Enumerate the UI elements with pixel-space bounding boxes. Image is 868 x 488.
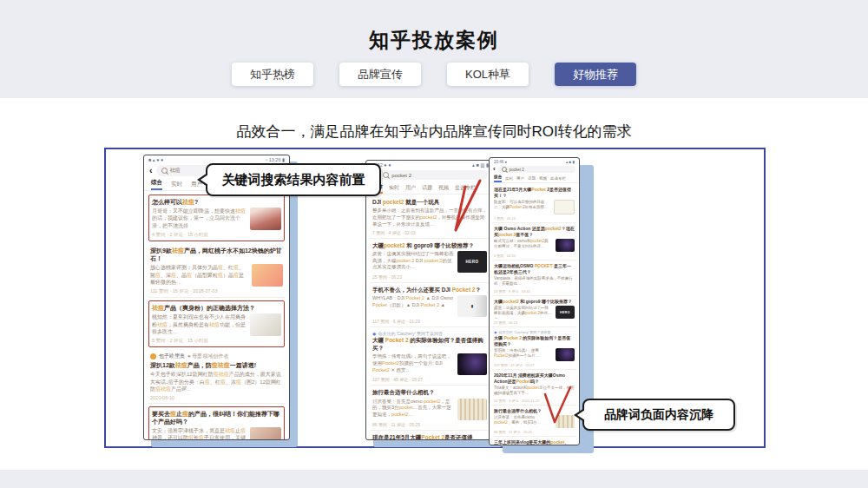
result-excerpt: 露营：这俩其实我纠结过了一阵棒彩画高清，大疆pocket 2的优点… <box>494 306 552 319</box>
status-bar: 20:46 ● ▴ ■ ▮ <box>490 158 579 165</box>
result-tab[interactable]: 视频 <box>539 176 547 182</box>
search-input[interactable]: pocket 2 <box>378 170 488 180</box>
search-result-item[interactable]: 包子欧里奥● 母婴领域创作者深扒12款祛痘产品，防痘祛痘一篇讲透!今天包子欧深扒… <box>148 350 286 403</box>
result-tab[interactable]: 盐选专栏 <box>550 176 566 182</box>
result-meta: 111 赞同 · 15 评论 · 2018-07-03 <box>150 288 283 294</box>
status-bar: 15:52 ● ● ▴ ■ ▥ ▮ <box>366 161 493 168</box>
case-tab[interactable]: 好物推荐 <box>555 63 636 86</box>
result-tab[interactable]: 实时 <box>505 176 513 182</box>
result-title[interactable]: 深扒12款祛痘产品，防痘祛痘一篇讲透! <box>150 361 283 369</box>
callout-keyword-front: 关键词搜索结果内容前置 <box>206 163 381 196</box>
result-title[interactable]: 怎么样可以祛痘? <box>152 198 281 206</box>
result-title[interactable]: 三年上班回来vlog要买大疆的pocket、action、insta360、go… <box>494 439 575 445</box>
result-title[interactable]: 大疆 Pocket 2 的实际体验如何？是否值得购买？ <box>372 337 487 352</box>
search-result-item[interactable]: 要买去痘止痘的产品，很纠结！你们能推荐下哪个产品好吗？文安：强推宇津桃子水，简直… <box>148 406 285 440</box>
search-result-item[interactable]: 2020年11月 消费相机该买大疆Osmo Action还是Pocket吗？Ti… <box>492 371 576 406</box>
result-title[interactable]: 祛痘产品（爽身粉）的正确选择方法？ <box>152 304 281 312</box>
result-tab[interactable]: 盐选专栏 <box>455 184 476 194</box>
result-tab[interactable]: 综合 <box>494 175 502 182</box>
status-icons-left: 20:46 ● <box>494 160 507 164</box>
result-title[interactable]: 大疆 Pocket 2 的实际体验如何？是否值得购买？ <box>494 335 575 346</box>
search-result-item[interactable]: 大疆pocket2 和 gopro9 哪个比较推荐？露营：这俩其实我纠结过了一阵… <box>370 240 490 283</box>
result-excerpt: Vanpasta：根据环境的实际要求选，不犹豫行机，买最新也… <box>494 276 575 287</box>
result-tab[interactable]: 话题 <box>528 176 536 182</box>
result-title[interactable]: 要买去痘止痘的产品，很纠结！你们能推荐下哪个产品好吗？ <box>152 410 281 425</box>
result-title[interactable]: 大疆pocket2 和 gopro9 哪个比较推荐？ <box>372 242 487 249</box>
result-meta: 86 赞同 · 11 评论 · 05:25 <box>372 422 487 427</box>
result-tab[interactable]: 实时 <box>389 184 399 194</box>
result-title[interactable]: 2020年11月 消费相机该买大疆Osmo Action还是Pocket吗？ <box>494 373 575 384</box>
result-title[interactable]: 旅行最合适带什么相机？ <box>494 408 575 414</box>
result-tabs: 综合实时用户话题视频盐选专栏 <box>366 181 493 195</box>
result-tab[interactable]: 话题 <box>422 184 432 194</box>
result-thumbnail <box>252 264 283 287</box>
author-row[interactable]: 包子欧里奥● 母婴领域创作者 <box>150 353 283 360</box>
result-title[interactable]: 手机不香么，为什么还要买 DJI Pocket 2？ <box>372 287 487 293</box>
back-icon[interactable]: ‹ <box>493 166 496 173</box>
result-meta: 2020-06-10 <box>150 395 283 400</box>
result-excerpt: 李明殊：传奇玩偶♪，使用Pocket2拍摄的一个短片… <box>494 348 552 361</box>
result-tab[interactable]: 用户 <box>405 184 416 194</box>
search-result-item[interactable]: 祛痘产品（爽身粉）的正确选择方法？桃知然：夏至到现在也有不少人在用爽身粉祛痘，虽… <box>148 300 285 347</box>
search-nav-row: ‹ pocket 2 <box>490 165 579 174</box>
result-meta: 7 赞同 · 4 评论 · 02:03 <box>372 230 487 235</box>
result-excerpt: 李明殊：传奇玩偶♪，两句子说这吧，使用Pocket2拍摄的一个短片: DJI P… <box>372 353 454 375</box>
search-result-item[interactable]: 深扒9款祛痘产品，网红桃子水不如12块钱的炉甘石！放心选独家评测：具体分为晶痘、… <box>148 244 286 298</box>
phone-screenshot-left: ■ ▴ ● ● ◔ 13:26 ▮ ‹ 祛痘 综合实时用户话题 怎么样可以祛痘?… <box>143 155 290 440</box>
search-result-item[interactable]: 大疆 Osmo Action 还是选pocket2？现在买pocket 2值不值… <box>492 224 576 260</box>
result-tab[interactable]: 综合 <box>151 179 162 190</box>
result-meta: 107 赞同 · 49 评论 · 05:27 <box>494 363 575 367</box>
result-title[interactable]: 旅行最合适带什么相机？ <box>372 389 487 396</box>
result-title[interactable]: DJI pocket2 就是一个玩具 <box>372 199 487 206</box>
search-icon <box>161 168 168 174</box>
follow-notice: ◉ 你关注的 'Catchery' 赞同了该回答 <box>372 331 487 336</box>
page-title: 知乎投放案例 <box>0 27 868 54</box>
footer-strip <box>0 470 868 488</box>
search-result-item[interactable]: 手机不香么，为什么还要买 DJI Pocket 2？WHYLAB：DJI Poc… <box>370 284 490 327</box>
search-result-item[interactable]: DJI pocket2 就是一个玩具整多呆小姐：之前看到有这款产品，一直很想有点… <box>370 196 490 239</box>
search-result-item[interactable]: 大疆pocket2 和 gopro9 哪个比较推荐？露营：这俩其实我纠结过了一阵… <box>492 297 576 328</box>
result-thumbnail <box>556 239 575 252</box>
case-tab[interactable]: KOL种草 <box>447 63 529 86</box>
search-icon <box>383 172 389 178</box>
search-value: pocket 2 <box>510 168 524 172</box>
search-result-item[interactable]: ◉ 你关注的 'Catchery' 赞同了该回答大疆 Pocket 2 的实际体… <box>492 328 576 370</box>
back-icon[interactable]: ‹ <box>149 166 153 175</box>
result-title[interactable]: 现在是21年5月大疆Pocket 2是否还值得买！？ <box>372 434 487 440</box>
result-tab[interactable]: 视频 <box>438 184 449 194</box>
case-tab[interactable]: 品牌宣传 <box>339 63 421 86</box>
search-result-item[interactable]: 现在是21年5月大疆Pocket 2是否还值得买！？陈意和：可以选定旅拍的目标，… <box>370 432 490 440</box>
search-result-item[interactable]: 现在是21年5月大疆Pocket 2是否还值得买！？陈意和：可以选定旅拍的目标，… <box>492 185 576 223</box>
result-title[interactable]: 现在是21年5月大疆Pocket 2是否还值得买！？ <box>494 187 575 198</box>
status-icons-right: ▴ ■ ▮ <box>566 160 575 164</box>
result-thumbnail <box>250 313 281 336</box>
search-result-item[interactable]: 旅行最合适带什么相机？讨厌香菜：首先是osmo pocket2，是的，我买3台…… <box>492 406 576 438</box>
page: 知乎投放案例 知乎热榜品牌宣传KOL种草好物推荐 品效合一，满足品牌在知乎站内品… <box>0 0 868 488</box>
result-excerpt: 陈意和：可以选定旅拍的目标，二、大疆Pocket 2价格走势图… <box>494 200 550 214</box>
result-title[interactable]: 大疆运动相机OSMO POCKET 是三年一机还是2年换三代？ <box>494 263 575 274</box>
result-excerpt: Tina黄文：action和pocket定位不太一样，先明确拍摄场景再下手… <box>494 386 575 397</box>
result-tab[interactable]: 实时 <box>171 181 182 190</box>
case-tab[interactable]: 知乎热榜 <box>232 63 313 86</box>
result-meta: 117 赞同 · 6 评论 · 01:29 <box>372 319 487 324</box>
follow-icon: ◉ <box>372 331 376 336</box>
status-icons-left: ■ ▴ ● ● <box>148 157 163 162</box>
callout-arrow-icon <box>577 410 585 420</box>
search-result-item[interactable]: 旅行最合适带什么相机？讨厌香菜：首先是osmo pocket2，是的，我买3台p… <box>370 386 490 430</box>
search-result-item[interactable]: 大疆运动相机OSMO POCKET 是三年一机还是2年换三代？Vanpasta：… <box>492 261 576 296</box>
result-excerpt: 文安：强推宇津桃子水，简直是祛痘止痘神器，还可以防痘长痘子日常使用，关键是还很安… <box>152 427 247 440</box>
result-tab[interactable]: 用户 <box>516 176 524 182</box>
result-meta: 1 赞同 · 05:13 <box>494 216 575 221</box>
search-result-item[interactable]: ◉ 你关注的 'Catchery' 赞同了该回答大疆 Pocket 2 的实际体… <box>370 328 490 386</box>
search-input[interactable]: pocket 2 <box>498 166 575 173</box>
result-title[interactable]: 深扒9款祛痘产品，网红桃子水不如12块钱的炉甘石！ <box>150 247 283 262</box>
search-result-item[interactable]: 怎么样可以祛痘?月哥哥：又不能立即降温，想要快速祛痘的话，我建议你，第一，立马回… <box>148 195 285 241</box>
result-title[interactable]: 大疆pocket2 和 gopro9 哪个比较推荐？ <box>494 299 575 305</box>
search-result-item[interactable]: 三年上班回来vlog要买大疆的pocket、action、insta360、go… <box>492 438 576 445</box>
result-title[interactable]: 大疆 Osmo Action 还是选pocket2？现在买pocket 2值不值… <box>494 226 575 237</box>
result-thumbnail: HERO <box>556 306 575 319</box>
result-meta: 25 赞同 · 06:23 <box>372 274 487 280</box>
result-meta: 13 赞同 · 9 评论 · 03:41 <box>494 289 575 293</box>
follow-icon: ◉ <box>494 330 497 334</box>
result-excerpt: 桃知然：夏至到现在也有不少人在用爽身粉祛痘，虽然爽身粉是有祛痘功能，但是很多医生… <box>152 313 247 336</box>
